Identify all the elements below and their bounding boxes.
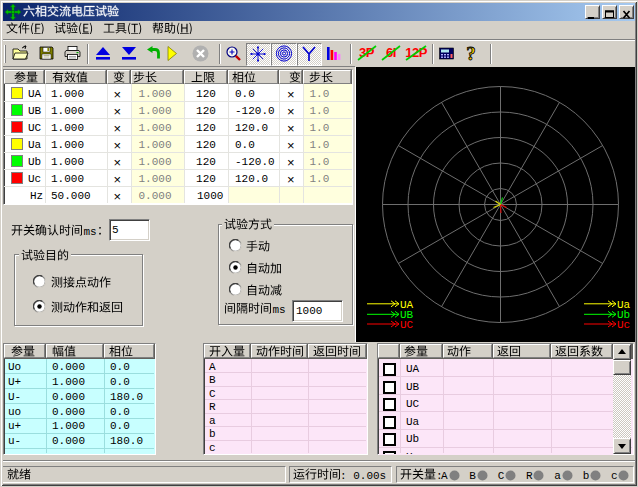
svg-text:Uc: Uc [617, 319, 630, 331]
svg-text:?: ? [466, 45, 476, 63]
svg-text:UC: UC [400, 319, 414, 331]
